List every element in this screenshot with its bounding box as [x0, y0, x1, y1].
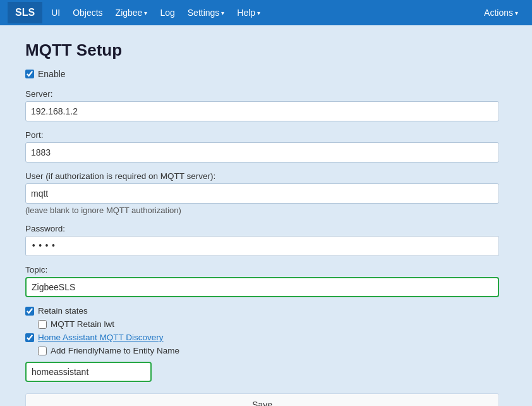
nav-brand[interactable]: SLS — [8, 2, 42, 23]
password-group: Password: — [25, 224, 507, 256]
navbar-left: SLS UI Objects Zigbee ▾ Log Settings ▾ H… — [8, 0, 267, 25]
user-label: User (if authorization is required on MQ… — [25, 171, 507, 181]
user-hint: (leave blank to ignore MQTT authorizatio… — [25, 206, 507, 215]
navbar-right: Actions ▾ — [478, 0, 524, 25]
mqtt-retain-lwt-checkbox[interactable] — [38, 320, 47, 329]
port-label: Port: — [25, 130, 507, 140]
ha-discovery-row: Home Assistant MQTT Discovery — [25, 333, 507, 342]
retain-states-row: Retain states — [25, 306, 507, 316]
enable-label[interactable]: Enable — [38, 69, 66, 79]
chevron-down-icon: ▾ — [144, 9, 147, 16]
retain-states-checkbox[interactable] — [25, 307, 34, 316]
chevron-down-icon: ▾ — [257, 9, 260, 16]
ha-discovery-checkbox[interactable] — [25, 333, 34, 342]
password-label: Password: — [25, 224, 507, 233]
save-section: Save — [25, 393, 507, 406]
topic-label: Topic: — [25, 265, 507, 274]
port-input[interactable] — [25, 142, 499, 163]
nav-item-log[interactable]: Log — [154, 0, 181, 25]
retain-states-label[interactable]: Retain states — [38, 306, 88, 316]
mqtt-retain-lwt-row: MQTT Retain lwt — [38, 319, 507, 329]
add-friendly-name-row: Add FriendlyName to Entity Name — [38, 346, 507, 355]
enable-row: Enable — [25, 69, 507, 79]
password-input[interactable] — [25, 236, 499, 256]
nav-item-ui[interactable]: UI — [45, 0, 66, 25]
save-button[interactable]: Save — [25, 393, 499, 406]
nav-item-help[interactable]: Help ▾ — [231, 0, 267, 25]
topic-input[interactable] — [25, 277, 499, 297]
nav-item-zigbee[interactable]: Zigbee ▾ — [109, 0, 154, 25]
page-title: MQTT Setup — [25, 40, 507, 60]
main-content: MQTT Setup Enable Server: Port: User (if… — [0, 25, 532, 406]
server-label: Server: — [25, 89, 507, 99]
server-group: Server: — [25, 89, 507, 121]
ha-discovery-label[interactable]: Home Assistant MQTT Discovery — [38, 333, 164, 342]
mqtt-retain-lwt-label[interactable]: MQTT Retain lwt — [51, 319, 114, 329]
navbar: SLS UI Objects Zigbee ▾ Log Settings ▾ H… — [0, 0, 532, 25]
add-friendly-name-label[interactable]: Add FriendlyName to Entity Name — [51, 346, 179, 355]
chevron-down-icon: ▾ — [221, 9, 224, 16]
add-friendly-name-checkbox[interactable] — [38, 347, 47, 355]
actions-button[interactable]: Actions ▾ — [478, 0, 524, 25]
nav-item-objects[interactable]: Objects — [66, 0, 109, 25]
topic-group: Topic: — [25, 265, 507, 297]
user-group: User (if authorization is required on MQ… — [25, 171, 507, 215]
enable-checkbox[interactable] — [25, 70, 34, 78]
discovery-prefix-input[interactable] — [25, 362, 152, 382]
nav-item-settings[interactable]: Settings ▾ — [181, 0, 231, 25]
checkboxes-section: Retain states MQTT Retain lwt Home Assis… — [25, 306, 507, 355]
port-group: Port: — [25, 130, 507, 163]
server-input[interactable] — [25, 101, 499, 121]
user-input[interactable] — [25, 183, 499, 204]
discovery-prefix-group — [25, 362, 507, 382]
chevron-down-icon: ▾ — [515, 9, 518, 16]
